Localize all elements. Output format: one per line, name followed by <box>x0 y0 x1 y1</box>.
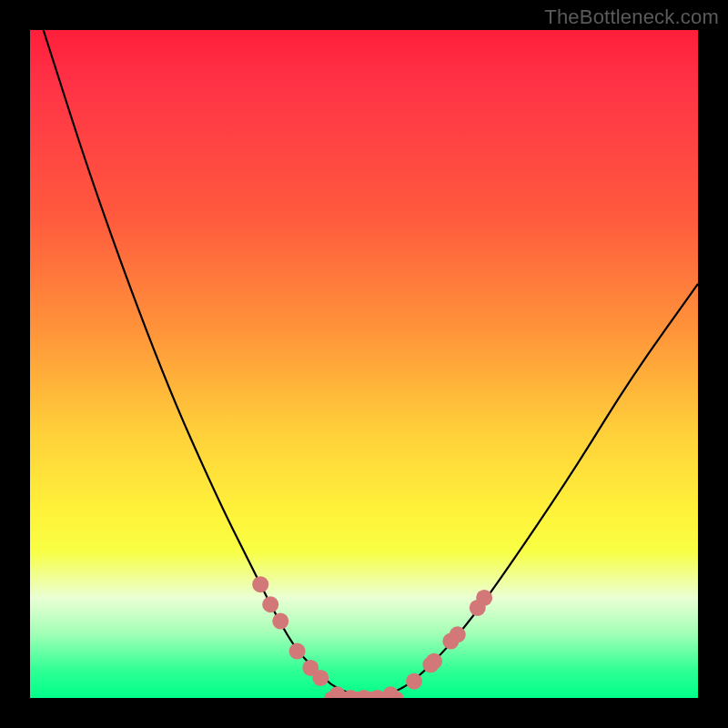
chart-svg <box>30 30 698 698</box>
data-point <box>312 670 329 686</box>
data-point <box>252 576 268 592</box>
data-point <box>450 626 466 642</box>
curve-left <box>44 30 364 698</box>
data-point <box>476 590 492 606</box>
data-point <box>426 653 442 670</box>
curve-right <box>364 284 698 698</box>
watermark-text: TheBottleneck.com <box>544 5 719 29</box>
data-point <box>382 686 399 698</box>
data-point <box>272 613 288 630</box>
data-point <box>289 643 306 660</box>
chart-frame: TheBottleneck.com <box>0 0 728 728</box>
data-point <box>262 596 278 612</box>
chart-plot-area <box>30 30 698 698</box>
data-point <box>406 673 422 690</box>
